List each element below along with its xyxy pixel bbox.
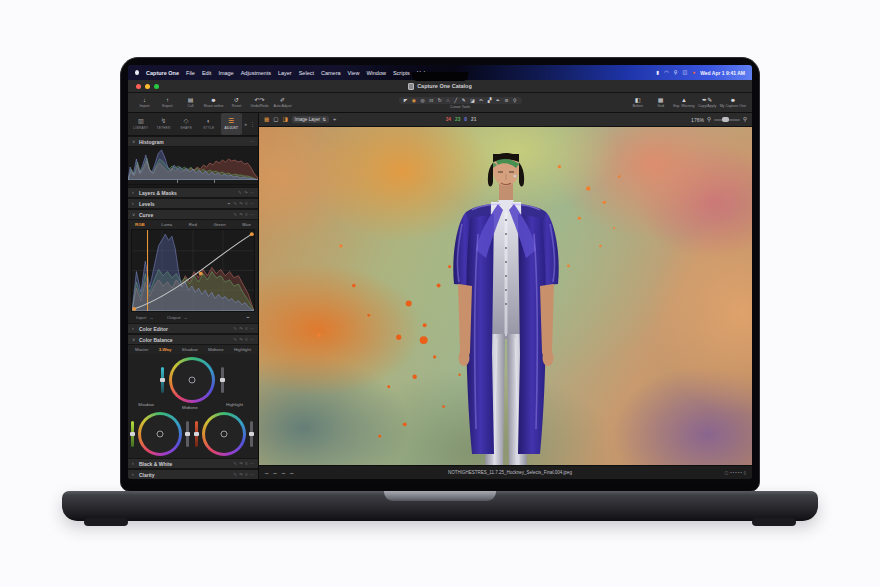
auto-adjust-button[interactable]: ✐ Auto Adjust	[272, 93, 293, 112]
more-tabs-icon[interactable]: »	[244, 121, 247, 127]
cb-tab-master[interactable]: Master	[135, 347, 148, 352]
before-button[interactable]: ◧ Before	[627, 93, 648, 112]
share-online-button[interactable]: ☻ Share online	[203, 93, 224, 112]
cursor-tool-crop-icon[interactable]: ⊡	[429, 98, 433, 103]
midtone-color-wheel[interactable]	[169, 357, 215, 403]
highlight-right-slider[interactable]	[250, 421, 253, 447]
curve-panel-header[interactable]: ∨ Curve ✎ ↷ ≡ ⋯	[128, 209, 258, 220]
tab-shape[interactable]: ◇ SHAPE	[175, 113, 197, 135]
compare-view-icon[interactable]: ◨	[282, 117, 287, 122]
brush-icon[interactable]: ✎	[233, 338, 236, 342]
copy-settings-icon[interactable]: ↷	[239, 327, 242, 331]
copy-settings-icon[interactable]: ↷	[244, 191, 247, 195]
cursor-tool-select-icon[interactable]: ◤	[404, 98, 408, 103]
highlight-left-slider[interactable]	[195, 421, 198, 447]
more-icon[interactable]: ⋯	[250, 213, 254, 217]
presets-icon[interactable]: ≡	[245, 338, 247, 342]
more-icon[interactable]: ⋯	[250, 327, 254, 331]
minimize-window-button[interactable]	[145, 84, 150, 89]
kebab-menu-icon[interactable]: ⋮	[250, 121, 255, 127]
presets-icon[interactable]: ≡	[245, 213, 247, 217]
undo-redo-button[interactable]: ↶↷ Undo/Redo	[249, 93, 270, 112]
curve-tab-blue[interactable]: Blue	[242, 222, 251, 227]
brush-icon[interactable]: ✎	[233, 202, 236, 206]
cursor-tool-rotate-icon[interactable]: ↻	[438, 98, 442, 103]
battery-icon[interactable]: ▮	[657, 70, 660, 75]
shadow-right-slider[interactable]	[186, 421, 189, 447]
control-center-icon[interactable]: ◫	[682, 70, 687, 75]
single-view-icon[interactable]: ▢	[273, 117, 278, 122]
curve-input-value[interactable]: --	[150, 315, 153, 320]
cb-tab-midtone[interactable]: Midtone	[208, 347, 224, 352]
pen-icon[interactable]: ✒	[228, 202, 231, 206]
zoom-slider[interactable]	[714, 119, 740, 121]
export-button[interactable]: ↑ Export	[157, 93, 178, 112]
filename-label[interactable]: NOTHIGHESTRES_11.7.25_Hockney_Selects_Fi…	[298, 470, 721, 475]
menu-view[interactable]: View	[348, 70, 360, 76]
levels-panel-header[interactable]: › Levels ✒ ✎ ↷ ≡ ⋯	[128, 198, 258, 209]
photo-canvas[interactable]	[259, 127, 752, 465]
curve-output-value[interactable]: --	[184, 315, 187, 320]
curve-picker-icon[interactable]: ✒	[246, 315, 250, 320]
cursor-tool-eyedropper-icon[interactable]: ⚲	[513, 98, 517, 103]
menu-image[interactable]: Image	[218, 70, 233, 76]
histogram-panel-header[interactable]: ∨ Histogram ⋯	[128, 136, 258, 147]
zoom-window-button[interactable]	[154, 84, 159, 89]
midtone-right-slider[interactable]	[221, 367, 224, 393]
shadow-left-slider[interactable]	[131, 421, 134, 447]
curve-tab-rgb[interactable]: RGB	[135, 222, 145, 227]
copy-apply-button[interactable]: ✒✎ Copy/Apply	[697, 93, 718, 112]
copy-settings-icon[interactable]: ↷	[239, 213, 242, 217]
more-icon[interactable]: ⋯	[250, 202, 254, 206]
zoom-level[interactable]: 176%	[691, 117, 704, 123]
tab-library[interactable]: ▥ LIBRARY	[130, 113, 152, 135]
shadow-color-wheel[interactable]	[138, 412, 182, 456]
footer-pages-icons[interactable]: ▬ ▬ ▬ ▬	[265, 471, 295, 475]
cursor-tool-pan-icon[interactable]: ◉	[412, 98, 416, 103]
menu-adjustments[interactable]: Adjustments	[241, 70, 271, 76]
highlight-color-wheel[interactable]	[202, 412, 246, 456]
menu-extra-icon[interactable]: ●	[692, 70, 695, 75]
add-layer-button[interactable]: +	[333, 117, 336, 122]
my-capture-one-button[interactable]: ☻ My Capture One	[720, 93, 746, 112]
menu-scripts[interactable]: Scripts	[393, 70, 410, 76]
tab-adjust[interactable]: ☰ ADJUST	[221, 113, 243, 135]
apple-logo-icon[interactable]	[135, 70, 139, 75]
grid-button[interactable]: ▦ Grid	[650, 93, 671, 112]
menu-layer[interactable]: Layer	[278, 70, 292, 76]
layers-masks-panel-header[interactable]: › Layers & Masks ✎ ↷ ⋯	[128, 187, 258, 198]
curve-tab-green[interactable]: Green	[213, 222, 225, 227]
menu-window[interactable]: Window	[366, 70, 386, 76]
black-white-panel-header[interactable]: › Black & White ✎ ↷ ≡ ⋯	[128, 458, 258, 469]
layer-selector[interactable]: Image Layer ⇅	[292, 116, 329, 123]
curve-tab-red[interactable]: Red	[189, 222, 197, 227]
presets-icon[interactable]: ≡	[245, 327, 247, 331]
curve-tab-luma[interactable]: Luma	[161, 222, 172, 227]
reset-button[interactable]: ↺ Reset	[226, 93, 247, 112]
more-icon[interactable]: ⋯	[250, 338, 254, 342]
cursor-tool-erase-mask-icon[interactable]: ◪	[470, 98, 475, 103]
copy-settings-icon[interactable]: ↷	[239, 202, 242, 206]
cursor-tool-loupe-icon[interactable]: ◎	[421, 98, 425, 103]
cursor-tool-brush-icon[interactable]: ╱	[454, 98, 457, 103]
menu-bar-clock[interactable]: Wed Apr 1 9:41 AM	[700, 70, 745, 76]
cursor-tool-heal-icon[interactable]: ▞	[488, 98, 492, 103]
menu-file[interactable]: File	[186, 70, 195, 76]
color-balance-panel-header[interactable]: ∨ Color Balance ✎ ↷ ≡ ⋯	[128, 334, 258, 345]
cursor-tool-gradient-mask-icon[interactable]: ✏	[479, 98, 483, 103]
zoom-out-icon[interactable]: ⚲	[707, 117, 711, 122]
presets-icon[interactable]: ≡	[245, 202, 247, 206]
close-window-button[interactable]	[136, 84, 141, 89]
spotlight-search-icon[interactable]: ⚲	[674, 70, 678, 75]
menu-camera[interactable]: Camera	[321, 70, 341, 76]
color-tag-dots[interactable]: • • • • •	[730, 470, 741, 475]
menu-edit[interactable]: Edit	[202, 70, 211, 76]
more-icon[interactable]: ⋯	[250, 191, 254, 195]
cursor-tool-draw-mask-icon[interactable]: ✎	[462, 98, 466, 103]
more-icon[interactable]: ⋯	[250, 140, 254, 144]
menu-select[interactable]: Select	[299, 70, 314, 76]
brush-icon[interactable]: ✎	[238, 191, 241, 195]
color-editor-panel-header[interactable]: › Color Editor ✎ ↷ ≡ ⋯	[128, 323, 258, 334]
cb-tab-highlight[interactable]: Highlight	[234, 347, 251, 352]
cb-tab-3way[interactable]: 3-Way	[159, 347, 172, 352]
